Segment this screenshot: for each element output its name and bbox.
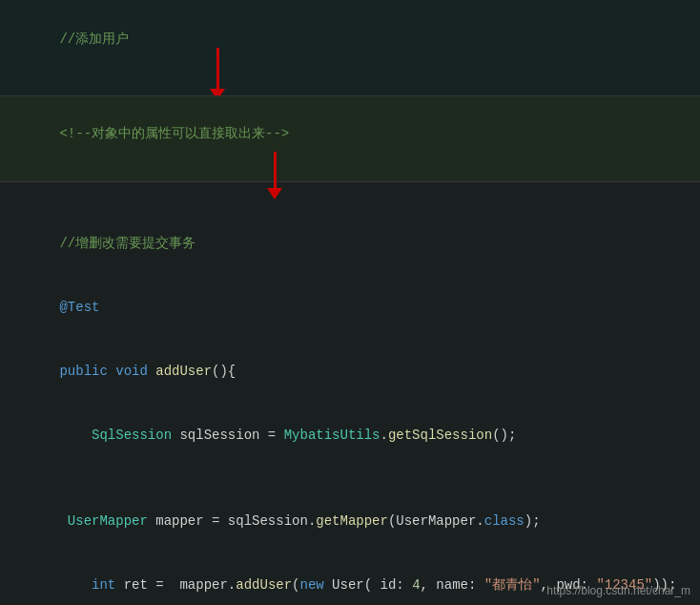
xml-code-section: <!--对象中的属性可以直接取出来--> <insert id="addUser… <box>0 95 700 181</box>
xml-comment-text: <!--对象中的属性可以直接取出来--> <box>59 126 289 141</box>
adduser-call: addUser <box>236 577 292 593</box>
method-adduser: addUser <box>155 364 212 379</box>
empty-line-2 <box>11 468 689 489</box>
arrow-1 <box>210 48 225 95</box>
adduser-open: ( <box>292 577 299 593</box>
type-sqlsession: SqlSession <box>92 428 179 443</box>
comment-commit-text: //增删改需要提交事务 <box>59 236 196 251</box>
keyword-class: class <box>484 513 525 529</box>
keyword-public: public <box>59 364 115 379</box>
code-line-comment-add: //添加用户 <box>11 8 689 72</box>
top-code-section: //添加用户 int addUser(User user); <box>0 0 700 95</box>
getsqlsession-method: getSqlSession <box>388 428 492 443</box>
arrow-head-1 <box>210 89 225 95</box>
java-code-section: //增删改需要提交事务 @Test public void addUser(){… <box>0 181 700 605</box>
mapper-line: UserMapper mapper = sqlSession.getMapper… <box>11 489 689 553</box>
user-new: User( id: <box>324 577 412 593</box>
arrow-head-2 <box>267 188 282 199</box>
method-open-brace: (){ <box>212 364 236 379</box>
method-public-line: public void addUser(){ <box>11 340 689 404</box>
dot1: . <box>381 428 388 443</box>
arrow-shaft-1 <box>216 48 219 89</box>
xml-comment-line: <!--对象中的属性可以直接取出来--> <box>11 102 689 166</box>
indent-int <box>59 577 92 593</box>
annotation-test-text: @Test <box>59 300 99 315</box>
watermark: https://blog.csdn.net/char_m <box>546 584 690 597</box>
keyword-int-ret: int <box>92 577 115 593</box>
type-usermapper: UserMapper <box>68 513 155 529</box>
mybatisutils-class: MybatisUtils <box>284 428 381 443</box>
keyword-void: void <box>115 364 155 379</box>
name-value: "都青怡" <box>484 577 541 593</box>
comment-text: //添加用户 <box>59 31 129 47</box>
id-value: 4 <box>412 577 420 593</box>
ret-assign: ret = mapper. <box>115 577 236 593</box>
comment-commit-line: //增删改需要提交事务 <box>11 211 689 275</box>
arrow-shaft-2 <box>274 152 277 188</box>
annotation-line: @Test <box>11 276 689 340</box>
space-mapper <box>59 513 67 529</box>
var-sqlsession: sqlSession = <box>179 428 283 443</box>
empty-line-1 <box>11 190 689 211</box>
keyword-new: new <box>300 577 324 593</box>
comma1: , name: <box>421 577 484 593</box>
sqlsession-line: SqlSession sqlSession = MybatisUtils.get… <box>11 404 689 468</box>
call-parens1: (); <box>492 428 516 443</box>
var-mapper: mapper = sqlSession. <box>155 513 316 529</box>
code-line-method-sig: int addUser(User user); <box>11 72 689 95</box>
screenshot: //添加用户 int addUser(User user); <!--对象中的属… <box>0 0 700 605</box>
indent-space <box>59 428 92 443</box>
arrow-2 <box>267 152 282 199</box>
getmapper-method: getMapper <box>316 513 388 529</box>
getmapper-close: ); <box>525 513 541 529</box>
getmapper-open: (UserMapper. <box>388 513 484 529</box>
